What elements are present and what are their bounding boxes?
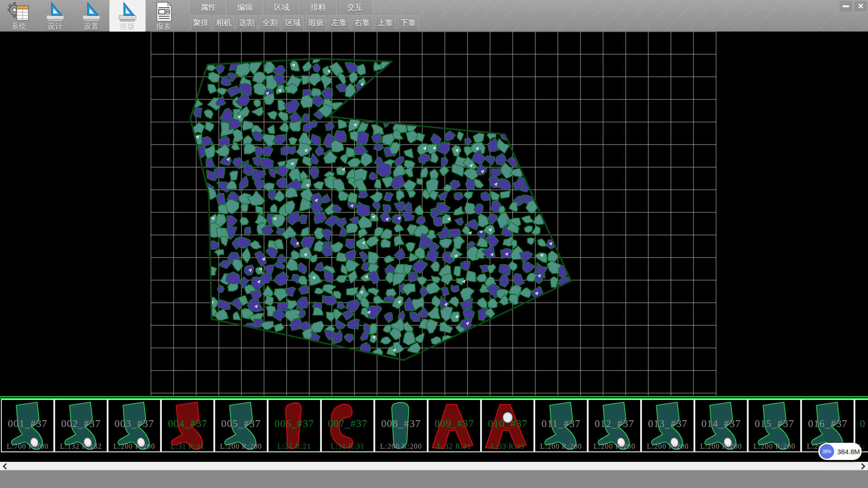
nest-canvas-svg	[0, 32, 868, 396]
tool-button-region[interactable]: 区域	[283, 15, 303, 30]
minimize-button[interactable]	[840, 1, 852, 11]
main-toolbar: 系统 设计 设置	[0, 0, 868, 32]
piece-thumbnail-strip: 001_#37 L:700 R:700 002_#37 L:132 R:132 …	[0, 399, 868, 453]
piece-thumbnail-010[interactable]: 010_#37 L:33 R:33	[481, 399, 534, 452]
menu-tab-nesting[interactable]: 排料	[300, 0, 336, 15]
scroll-left-button[interactable]	[1, 463, 11, 469]
chevron-right-icon	[859, 463, 865, 469]
tool-button-cut-all[interactable]: 全割	[259, 15, 280, 30]
piece-thumbnail-002[interactable]: 002_#37 L:132 R:132	[54, 399, 108, 452]
menu-tab-bar: 属性 编辑 区域 排料 交互	[190, 0, 373, 15]
tool-button-row: 聚排 相机 选割 全割 区域 瑕疵 左靠 右靠 上靠 下靠	[190, 15, 419, 31]
tool-button-select-cut[interactable]: 选割	[236, 15, 257, 30]
tool-button-align-right[interactable]: 右靠	[352, 15, 373, 30]
piece-thumbnail-005[interactable]: 005_#37 L:200 R:200	[214, 399, 268, 452]
ribbon-label-settings: 设置	[73, 22, 109, 32]
nested-pieces	[151, 32, 716, 396]
piece-thumbnail-003[interactable]: 003_#37 L:200 R:200	[108, 399, 161, 452]
window-controls: ×	[840, 1, 867, 11]
piece-thumbnail-013[interactable]: 013_#37 L:200 R:200	[641, 399, 694, 452]
ribbon-label-report: 报表	[146, 22, 182, 32]
settings-ruler-icon	[80, 1, 103, 22]
memory-label: 384.8M	[837, 448, 860, 455]
menu-tab-region[interactable]: 区域	[263, 0, 300, 15]
progress-circle: 38%	[820, 444, 834, 459]
ribbon-icon-report[interactable]: 报表	[146, 0, 182, 32]
system-gear-icon	[8, 1, 30, 22]
piece-thumbnail-012[interactable]: 012_#37 L:200 R:200	[588, 399, 641, 452]
menu-tab-interact[interactable]: 交互	[336, 0, 373, 15]
app-window: { "toolbar": { "icons": [ {"label": "系统"…	[0, 0, 868, 488]
piece-thumbnail-007[interactable]: 007_#37 L:31 R:31	[321, 399, 374, 452]
menu-tab-edit[interactable]: 编辑	[226, 0, 263, 15]
tool-button-cluster-nest[interactable]: 聚排	[190, 15, 211, 30]
strip-bottom-gap	[0, 453, 868, 462]
memory-status-badge[interactable]: 38% 384.8M	[818, 443, 862, 460]
nest-canvas[interactable]	[0, 32, 868, 396]
piece-thumbnail-001[interactable]: 001_#37 L:700 R:700	[1, 399, 54, 452]
layout-ruler-icon	[116, 1, 139, 22]
menu-tab-properties[interactable]: 属性	[190, 0, 226, 15]
piece-thumbnail-009[interactable]: 009_#37 L:32 R:31	[428, 399, 481, 452]
ribbon-icon-settings[interactable]: 设置	[73, 0, 109, 32]
ribbon-icon-layout[interactable]: 排版	[109, 0, 146, 32]
horizontal-scrollbar[interactable]	[0, 462, 868, 470]
scroll-right-button[interactable]	[857, 463, 867, 469]
ribbon-label-layout: 排版	[109, 22, 146, 32]
close-icon: ×	[858, 2, 864, 11]
tool-button-camera[interactable]: 相机	[213, 15, 234, 30]
minimize-icon	[843, 5, 849, 7]
piece-thumbnail-015[interactable]: 015_#37 L:200 R:200	[748, 399, 801, 452]
report-doc-icon	[152, 1, 175, 22]
piece-thumbnail-008[interactable]: 008_#37 L:200 R:200	[374, 399, 428, 452]
piece-thumbnail-011[interactable]: 011_#37 L:200 R:200	[534, 399, 588, 452]
tool-button-align-left[interactable]: 左靠	[329, 15, 349, 30]
piece-thumbnail-014[interactable]: 014_#37 L:200 R:200	[694, 399, 748, 452]
ribbon-label-design: 设计	[37, 22, 73, 32]
piece-thumbnail-006[interactable]: 006_#37 L:21 R:21	[268, 399, 321, 452]
progress-percent-label: 38%	[822, 449, 831, 454]
close-button[interactable]: ×	[854, 1, 867, 11]
design-ruler-icon	[44, 1, 66, 22]
chevron-left-icon	[3, 463, 9, 469]
tool-button-align-top[interactable]: 上靠	[375, 15, 396, 30]
tool-button-align-bottom[interactable]: 下靠	[398, 15, 419, 30]
ribbon-icon-design[interactable]: 设计	[37, 0, 73, 32]
piece-thumbnail-004[interactable]: 004_#37 L:31 R:31	[161, 399, 214, 452]
status-bar	[0, 470, 868, 488]
tool-button-defect[interactable]: 瑕疵	[306, 15, 326, 30]
ribbon-icon-system[interactable]: 系统	[1, 0, 37, 32]
ribbon-label-system: 系统	[1, 22, 37, 32]
